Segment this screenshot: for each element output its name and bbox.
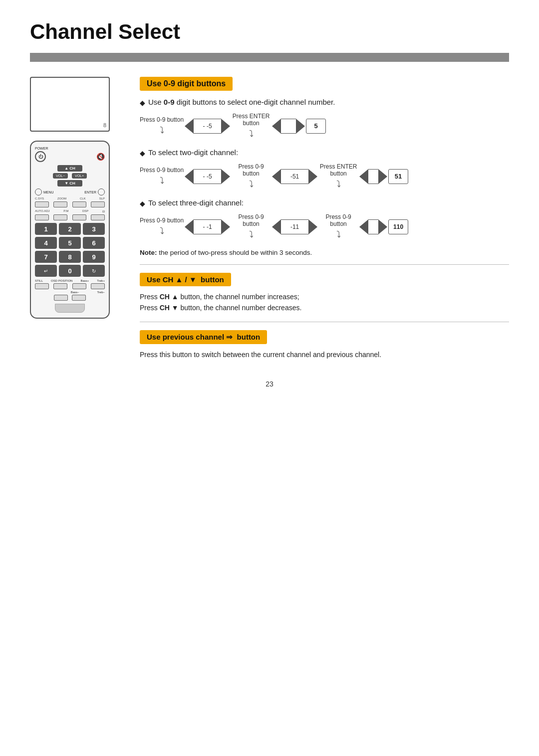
ch-up-button[interactable]: ▲ CH xyxy=(57,165,82,172)
still-button[interactable] xyxy=(35,283,49,289)
bassminus-button[interactable] xyxy=(54,295,68,301)
trebminus-button[interactable] xyxy=(72,295,86,301)
osdpos-label: OSD POSITION xyxy=(51,279,72,282)
ch-nav: ▲ CH VOL− VOL+ ▼ CH xyxy=(35,165,105,187)
remote-icon-2b: ⤵ xyxy=(249,179,254,189)
vol-plus-button[interactable]: VOL+ xyxy=(72,173,87,179)
remote-body: POWER ⏻ 🔇 ▲ CH VOL− VOL+ ▼ CH MENU xyxy=(30,141,110,319)
bassminus-label: Bass− xyxy=(71,291,79,294)
vol-ch-row: VOL− VOL+ xyxy=(53,173,87,179)
d2arrow1-head xyxy=(221,169,230,184)
dsp-label: DSP xyxy=(82,209,88,213)
diag2-step3: Press ENTERbutton ⤵ xyxy=(318,163,358,189)
remote-top-row: ⏻ 🔇 xyxy=(35,151,105,162)
page-number: 23 xyxy=(30,380,509,388)
note-text: Note: the period of two-press should be … xyxy=(140,249,509,256)
diag3-arrow2: -11 xyxy=(272,219,317,234)
num-4[interactable]: 4 xyxy=(35,237,57,249)
remote-stand xyxy=(55,304,85,313)
menu-button[interactable] xyxy=(35,189,42,195)
bullet-three-digit: ◆ To select three-digit channel: xyxy=(140,198,509,207)
num-enter[interactable]: ↵ xyxy=(35,265,57,277)
diag2-step2: Press 0-9button ⤵ xyxy=(231,163,271,189)
enter-label: ENTER xyxy=(84,190,96,194)
num-1[interactable]: 1 xyxy=(35,223,57,235)
diag2-step3-label: Press ENTERbutton xyxy=(320,163,357,177)
d2arrow1-tail xyxy=(185,169,194,184)
num-7[interactable]: 7 xyxy=(35,251,57,263)
remote-icon-3c: ⤵ xyxy=(336,229,341,240)
arrow2-tail xyxy=(272,119,281,134)
diag1-arrow1: - -5 xyxy=(185,119,230,134)
autoadj-label: AUTO.ADJ xyxy=(35,209,50,213)
diag1-arrow2-body xyxy=(281,119,296,134)
num-8[interactable]: 8 xyxy=(59,251,81,263)
use-prev-header: Use previous channel ⇒ button xyxy=(140,330,267,344)
num-0[interactable]: 0 xyxy=(59,265,81,277)
d2arrow2-tail xyxy=(272,169,281,184)
osdpos-button[interactable] xyxy=(53,283,67,289)
diag3-arrow3-body xyxy=(368,219,378,234)
remote-icon-1b: ⤵ xyxy=(249,129,254,139)
num-5[interactable]: 5 xyxy=(59,237,81,249)
bassplus-button[interactable] xyxy=(72,283,86,289)
trebplus-button[interactable] xyxy=(91,283,105,289)
menu-label: MENU xyxy=(43,190,54,194)
num-9[interactable]: 9 xyxy=(83,251,105,263)
power-label: POWER xyxy=(35,147,105,150)
enter-button[interactable] xyxy=(98,189,105,195)
diag2-step2-label: Press 0-9button xyxy=(238,163,264,177)
num-prev[interactable]: ↻ xyxy=(83,265,105,277)
bullet2-text: To select two-digit channel: xyxy=(148,148,238,157)
bullet-09-one: ◆ Use 0-9 digit buttons to select one-di… xyxy=(140,98,509,107)
diag2-step1: Press 0-9 button ⤵ xyxy=(140,167,184,186)
diag3-arrow2-val: -11 xyxy=(281,219,308,234)
small-labels-row2: AUTO.ADJ P.M DSP ⊟ xyxy=(35,209,105,213)
d3arrow3-tail xyxy=(359,219,368,234)
slp-button[interactable] xyxy=(91,201,105,207)
pm-button[interactable] xyxy=(53,214,67,220)
diag2-arrow1-val: - -5 xyxy=(194,169,221,184)
dsp-button[interactable] xyxy=(72,214,86,220)
bullet3-text: To select three-digit channel: xyxy=(148,198,244,207)
menu-enter-row: MENU ENTER xyxy=(35,189,105,195)
diag3-step3: Press 0-9button ⤵ xyxy=(318,213,358,240)
diag3-step1-label: Press 0-9 button xyxy=(140,217,184,224)
csys-button[interactable] xyxy=(35,201,49,207)
diag3-step2: Press 0-9button ⤵ xyxy=(231,213,271,240)
diag2-step1-label: Press 0-9 button xyxy=(140,167,184,174)
divider2 xyxy=(140,322,509,322)
bottom-labels-row2: Bass− Treb− xyxy=(35,291,105,294)
d2arrow3-head xyxy=(378,169,387,184)
trebplus-label: Treb+ xyxy=(97,279,105,282)
d3arrow2-tail xyxy=(272,219,281,234)
diag3-step3-label: Press 0-9button xyxy=(325,213,351,227)
diag2-arrow3-body xyxy=(368,169,378,184)
ch-down-arrow: ▼ xyxy=(189,275,197,284)
small-labels-row1: C.SYS ZOOM CLK SLP xyxy=(35,197,105,200)
diagram1: Press 0-9 button ⤵ - -5 Press ENTERbutto… xyxy=(140,113,509,139)
dsp2-button[interactable] xyxy=(91,214,105,220)
diag1-result: 5 xyxy=(306,119,326,134)
clk-button[interactable] xyxy=(72,201,86,207)
zoom-button[interactable] xyxy=(53,201,67,207)
vol-minus-button[interactable]: VOL− xyxy=(53,173,68,179)
num-6[interactable]: 6 xyxy=(83,237,105,249)
ch-down-button[interactable]: ▼ CH xyxy=(57,180,82,187)
divider1 xyxy=(140,264,509,265)
remote-icon-1a: ⤵ xyxy=(160,125,164,136)
diamond-icon3: ◆ xyxy=(140,199,145,207)
d3arrow3-head xyxy=(378,219,387,234)
autoadj-button[interactable] xyxy=(35,214,49,220)
d3arrow1-head xyxy=(221,219,230,234)
diagram2: Press 0-9 button ⤵ - -5 Press 0-9button … xyxy=(140,163,509,189)
diagram3: Press 0-9 button ⤵ - -1 Press 0-9button … xyxy=(140,213,509,240)
diag3-result: 110 xyxy=(388,219,408,234)
num-3[interactable]: 3 xyxy=(83,223,105,235)
bullet1-text: Use 0-9 digit buttons to select one-digi… xyxy=(148,98,335,106)
power-button[interactable]: ⏻ xyxy=(35,151,46,162)
remote-icon-3b: ⤵ xyxy=(249,229,254,240)
ch-up-arrow: ▲ xyxy=(176,275,183,284)
ch-desc1: Press CH ▲ button, the channel number in… xyxy=(140,291,509,314)
num-2[interactable]: 2 xyxy=(59,223,81,235)
